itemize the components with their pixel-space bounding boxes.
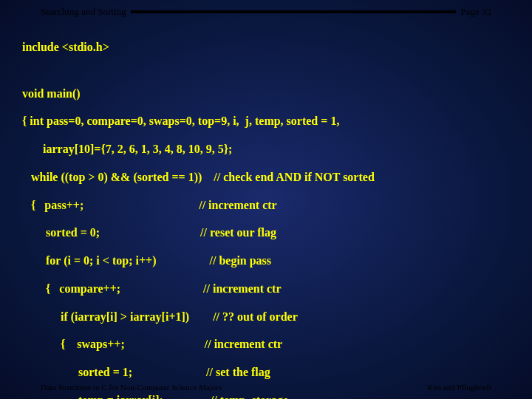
- code-line: if (iarray[i] > iarray[i+1]) // ?? out o…: [22, 310, 517, 324]
- footer-right: Kirs and Pflughoeft: [427, 383, 491, 392]
- header-rule: [131, 10, 457, 13]
- footer-left: Data Structures in C for Non-Computer Sc…: [41, 383, 222, 392]
- code-block: include <stdio.h> void main() { int pass…: [22, 27, 517, 399]
- header-title: Searching and Sorting: [41, 6, 131, 18]
- code-line: { pass++; // increment ctr: [22, 199, 517, 213]
- code-line: sorted = 1; // set the flag: [22, 366, 517, 380]
- header-page: Page 32: [456, 6, 491, 18]
- code-line: include <stdio.h>: [22, 41, 517, 55]
- spacer: [22, 69, 517, 73]
- code-line: { swaps++; // increment ctr: [22, 338, 517, 352]
- slide-header: Searching and Sorting Page 32: [41, 6, 491, 18]
- code-line: while ((top > 0) && (sorted == 1)) // ch…: [22, 171, 517, 185]
- slide-footer: Data Structures in C for Non-Computer Sc…: [41, 383, 491, 392]
- code-line: temp = iarray[i]; // temp. storage: [22, 394, 517, 399]
- code-line: { compare++; // increment ctr: [22, 282, 517, 296]
- code-line: iarray[10]={7, 2, 6, 1, 3, 4, 8, 10, 9, …: [22, 143, 517, 157]
- code-line: void main(): [22, 87, 517, 101]
- code-line: for (i = 0; i < top; i++) // begin pass: [22, 254, 517, 268]
- code-line: { int pass=0, compare=0, swaps=0, top=9,…: [22, 115, 517, 129]
- code-line: sorted = 0; // reset our flag: [22, 226, 517, 240]
